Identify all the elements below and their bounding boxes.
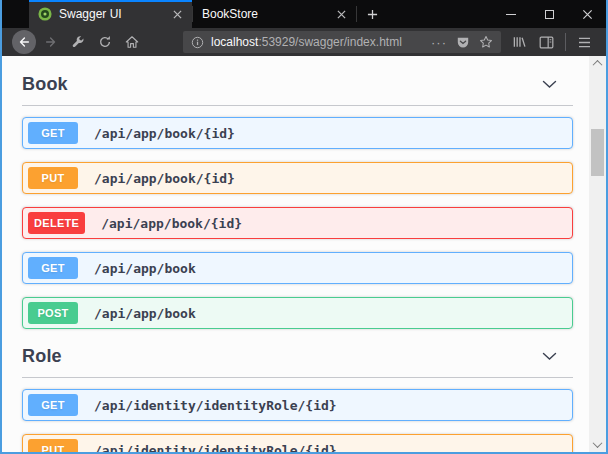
method-badge: GET <box>28 122 78 144</box>
operation-row[interactable]: GET /api/app/book <box>22 252 573 284</box>
close-icon[interactable] <box>169 6 185 22</box>
back-button[interactable] <box>10 30 37 54</box>
operation-path: /api/identity/identityRole/{id} <box>94 443 337 453</box>
window-controls <box>492 0 606 28</box>
method-badge: PUT <box>28 167 78 189</box>
section-title: Role <box>22 346 62 367</box>
close-window-button[interactable] <box>568 0 606 28</box>
scrollbar-thumb[interactable] <box>591 129 604 176</box>
reload-icon <box>98 35 112 49</box>
operation-path: /api/app/book/{id} <box>94 171 235 186</box>
operation-row[interactable]: PUT /api/app/book/{id} <box>22 162 573 194</box>
section-header[interactable]: Role <box>22 342 573 370</box>
operation-row[interactable]: PUT /api/identity/identityRole/{id} <box>22 434 573 452</box>
operation-path: /api/identity/identityRole/{id} <box>94 398 337 413</box>
chevron-down-icon[interactable] <box>542 80 557 89</box>
scroll-up-icon[interactable] <box>589 56 606 71</box>
operation-row[interactable]: DELETE /api/app/book/{id} <box>22 207 573 239</box>
toolbar-right-icons <box>506 30 598 54</box>
page-content: Book GET /api/app/book/{id} PUT /api/app… <box>2 56 606 452</box>
sidebar-icon <box>539 36 554 49</box>
url-host: localhost <box>211 35 258 49</box>
reload-button[interactable] <box>91 30 118 54</box>
back-icon <box>12 30 36 54</box>
devtools-button[interactable] <box>64 30 91 54</box>
method-badge: POST <box>28 302 78 324</box>
minimize-icon <box>506 14 516 15</box>
bookmark-star-icon[interactable] <box>479 35 493 49</box>
titlebar: Swagger UI BookStore <box>2 0 606 28</box>
method-badge: DELETE <box>28 212 85 234</box>
section-operations: GET /api/app/book/{id} PUT /api/app/book… <box>22 117 573 329</box>
operation-row[interactable]: GET /api/identity/identityRole/{id} <box>22 389 573 421</box>
minimize-button[interactable] <box>492 0 530 28</box>
forward-button[interactable] <box>37 30 64 54</box>
operation-path: /api/app/book/{id} <box>94 126 235 141</box>
scroll-down-icon[interactable] <box>589 437 606 452</box>
method-badge: GET <box>28 394 78 416</box>
tab-strip-spacer <box>2 0 29 28</box>
library-icon <box>512 35 527 49</box>
menu-button[interactable] <box>571 30 598 54</box>
swagger-logo-icon <box>38 7 52 21</box>
wrench-icon <box>71 35 85 49</box>
url-bar[interactable]: localhost:53929/swagger/index.html ··· <box>183 31 501 53</box>
method-badge: GET <box>28 257 78 279</box>
pocket-icon[interactable] <box>456 36 470 49</box>
api-sections: Book GET /api/app/book/{id} PUT /api/app… <box>2 70 606 452</box>
library-button[interactable] <box>506 30 533 54</box>
section-divider <box>22 377 573 378</box>
scrollbar[interactable] <box>589 56 606 452</box>
close-icon[interactable] <box>333 6 349 22</box>
home-icon <box>125 35 139 49</box>
tab-swagger-ui[interactable]: Swagger UI <box>29 0 192 28</box>
section-divider <box>22 105 573 106</box>
maximize-icon <box>545 10 554 19</box>
operation-row[interactable]: GET /api/app/book/{id} <box>22 117 573 149</box>
menu-icon <box>578 37 591 48</box>
tab-title: Swagger UI <box>59 7 169 21</box>
new-tab-button[interactable] <box>357 0 387 28</box>
close-icon <box>582 9 593 20</box>
method-badge: PUT <box>28 439 78 452</box>
browser-window: Swagger UI BookStore <box>0 0 608 454</box>
tab-title: BookStore <box>202 7 333 21</box>
api-section: Role GET /api/identity/identityRole/{id}… <box>22 342 573 452</box>
page-actions-icon[interactable]: ··· <box>431 35 447 50</box>
operation-path: /api/app/book/{id} <box>101 216 242 231</box>
sidebar-button[interactable] <box>533 30 560 54</box>
tab-bookstore[interactable]: BookStore <box>193 0 356 28</box>
api-section: Book GET /api/app/book/{id} PUT /api/app… <box>22 70 573 329</box>
maximize-button[interactable] <box>530 0 568 28</box>
url-path: :53929/swagger/index.html <box>258 35 401 49</box>
info-icon <box>191 36 204 49</box>
toolbar-separator <box>565 33 566 51</box>
section-operations: GET /api/identity/identityRole/{id} PUT … <box>22 389 573 452</box>
home-button[interactable] <box>118 30 145 54</box>
nav-toolbar: localhost:53929/swagger/index.html ··· <box>2 28 606 56</box>
operation-path: /api/app/book <box>94 261 196 276</box>
forward-icon <box>44 35 58 49</box>
operation-path: /api/app/book <box>94 306 196 321</box>
chevron-down-icon[interactable] <box>542 352 557 361</box>
section-header[interactable]: Book <box>22 70 573 98</box>
section-title: Book <box>22 74 68 95</box>
new-tab-icon <box>367 9 378 20</box>
operation-row[interactable]: POST /api/app/book <box>22 297 573 329</box>
